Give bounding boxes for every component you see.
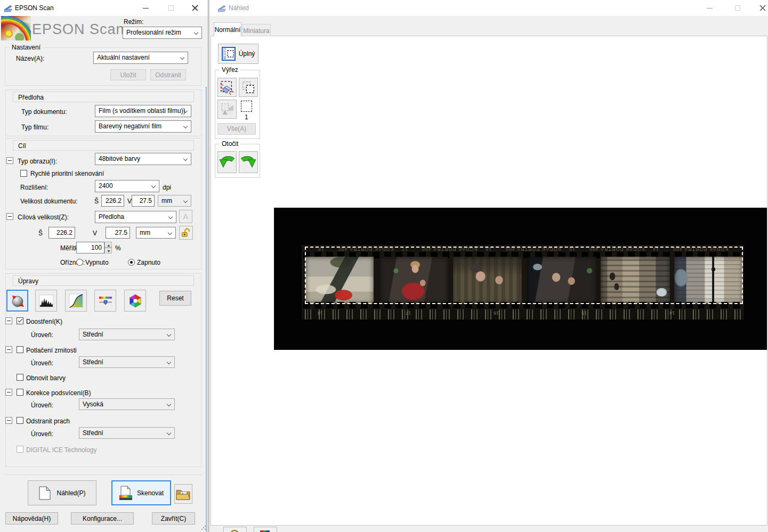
target-height-input[interactable]: [106, 227, 130, 239]
film-bottom-number: 17: [406, 310, 411, 316]
densitometer-button[interactable]: [254, 527, 277, 532]
backlight-level-select[interactable]: Vysoká: [79, 398, 175, 410]
full-preview-button[interactable]: Úplný: [218, 44, 258, 64]
epson-logo-text: EPSON Scan: [32, 21, 125, 38]
image-adjustment-button[interactable]: [94, 290, 116, 312]
chevron-down-icon: [183, 157, 188, 161]
chevron-down-icon: [167, 402, 171, 406]
scan-window-scrollbar[interactable]: [206, 87, 207, 532]
quick-priority-checkbox[interactable]: [20, 170, 27, 177]
sharpen-level-select[interactable]: Střední: [79, 329, 175, 340]
delete-marquee-button[interactable]: [217, 78, 237, 97]
configuration-button[interactable]: Konfigurace...: [71, 512, 134, 525]
preview-titlebar[interactable]: Náhled: [209, 0, 768, 16]
target-size-label: Cílová velikost(Z):: [18, 214, 69, 221]
adjustments-group-title: Úpravy: [13, 275, 194, 286]
scan-titlebar[interactable]: EPSON Scan: [0, 0, 208, 16]
sharpen-checkbox[interactable]: [17, 317, 23, 324]
doc-width-letter: Š: [94, 198, 99, 205]
collapse-backlight-button[interactable]: [5, 389, 12, 396]
target-unit-select[interactable]: mm: [136, 227, 176, 239]
preview-close-button[interactable]: [750, 0, 768, 16]
sharpen-label: Doostření(K): [26, 318, 62, 325]
chevron-down-icon: [167, 332, 171, 337]
reset-button[interactable]: Reset: [159, 291, 191, 306]
color-palette-button[interactable]: [124, 290, 146, 312]
trimming-on-radio[interactable]: [128, 259, 135, 266]
target-size-options-button[interactable]: A: [179, 210, 192, 223]
histogram-icon: [39, 293, 54, 308]
selection-marquee[interactable]: [305, 247, 743, 304]
chevron-down-icon: [168, 215, 173, 219]
sharpen-level-label: Úroveň:: [31, 331, 53, 339]
stepper-up-icon[interactable]: [104, 242, 112, 248]
scan-button[interactable]: Skenovat: [111, 480, 171, 505]
preview-minimize-button[interactable]: [698, 0, 722, 16]
trimming-off-radio[interactable]: [76, 259, 83, 266]
collapse-sharpen-button[interactable]: [5, 317, 12, 324]
chevron-down-icon: [180, 55, 184, 60]
select-all-marquees-button[interactable]: Vše(A): [217, 123, 256, 135]
image-type-label: Typ obrazu(I):: [18, 158, 57, 165]
tab-normal[interactable]: Normální: [214, 22, 241, 36]
mode-select[interactable]: Profesionální režim: [123, 27, 202, 39]
backlight-checkbox[interactable]: [17, 389, 23, 396]
collapse-target-size-button[interactable]: [6, 213, 13, 220]
grain-reduction-checkbox[interactable]: [17, 346, 23, 353]
rotate-left-button[interactable]: [217, 151, 237, 173]
document-type-select[interactable]: Film (s vodítkem oblasti filmu)): [95, 105, 191, 117]
collapse-grain-button[interactable]: [5, 346, 12, 353]
scan-preview-area[interactable]: KODAK PORTRA 40018 KODAK PORTRA 40017 KO…: [274, 208, 767, 350]
marquee-group-title: Výřez: [220, 66, 240, 74]
digital-ice-checkbox[interactable]: [17, 446, 23, 453]
tone-correction-button[interactable]: [65, 290, 87, 312]
resolution-select[interactable]: 2400: [95, 180, 159, 192]
mode-label: Režim:: [124, 18, 143, 26]
doc-unit-select[interactable]: mm: [158, 195, 191, 207]
collapse-dust-button[interactable]: [5, 417, 12, 424]
image-type-select[interactable]: 48bitové barvy: [95, 153, 191, 165]
help-button[interactable]: Nápověda(H): [5, 512, 58, 525]
color-restore-checkbox[interactable]: [17, 374, 23, 381]
lock-proportions-button[interactable]: [179, 226, 193, 240]
tab-thumbnail[interactable]: Miniatura: [242, 24, 271, 36]
save-setting-button[interactable]: Uložit: [110, 69, 146, 80]
file-save-settings-button[interactable]: [174, 484, 192, 504]
film-type-select[interactable]: Barevný negativní film: [95, 120, 191, 133]
target-size-select[interactable]: Předloha: [95, 211, 176, 223]
rotate-right-button[interactable]: [239, 151, 258, 173]
chevron-down-icon: [168, 231, 172, 235]
doc-height-input[interactable]: [132, 195, 155, 207]
histogram-button[interactable]: [35, 290, 57, 312]
scan-minimize-button[interactable]: [134, 0, 158, 16]
chevron-down-icon: [167, 431, 171, 435]
scale-input[interactable]: [76, 242, 104, 253]
marquee-settings-button-disabled[interactable]: [217, 100, 237, 119]
auto-exposure-button[interactable]: [6, 290, 28, 312]
chevron-down-icon: [183, 124, 188, 128]
scan-maximize-button[interactable]: [159, 0, 183, 16]
preview-maximize-button[interactable]: [725, 0, 749, 16]
scan-close-button[interactable]: [183, 0, 207, 16]
scale-stepper[interactable]: [104, 242, 112, 253]
close-app-button[interactable]: Zavřít(C): [152, 512, 195, 525]
preview-window: Náhled Normální Miniatura Úplný Výřez: [209, 0, 768, 532]
duplicate-marquee-button[interactable]: [239, 78, 258, 97]
target-width-input[interactable]: [48, 227, 75, 239]
stepper-down-icon[interactable]: [104, 248, 112, 253]
preview-button[interactable]: Náhled(P): [28, 480, 96, 505]
film-barcode-band: 18 17 16 15 14: [302, 309, 744, 320]
digital-ice-label: DIGITAL ICE Technology: [26, 446, 97, 454]
dust-level-select[interactable]: Střední: [79, 427, 175, 439]
backlight-level-label: Úroveň:: [31, 402, 53, 409]
delete-setting-button[interactable]: Odstranit: [150, 69, 186, 80]
divider: [4, 474, 203, 475]
grain-level-select[interactable]: Střední: [79, 356, 175, 368]
app-scanner-icon: [4, 4, 13, 13]
app-scanner-icon: [217, 4, 227, 13]
dust-removal-checkbox[interactable]: [17, 417, 23, 424]
doc-width-input[interactable]: [101, 195, 124, 207]
collapse-image-type-button[interactable]: [6, 157, 13, 164]
zoom-tool-button[interactable]: [223, 527, 247, 532]
setting-name-select[interactable]: Aktuální nastavení: [93, 52, 188, 64]
